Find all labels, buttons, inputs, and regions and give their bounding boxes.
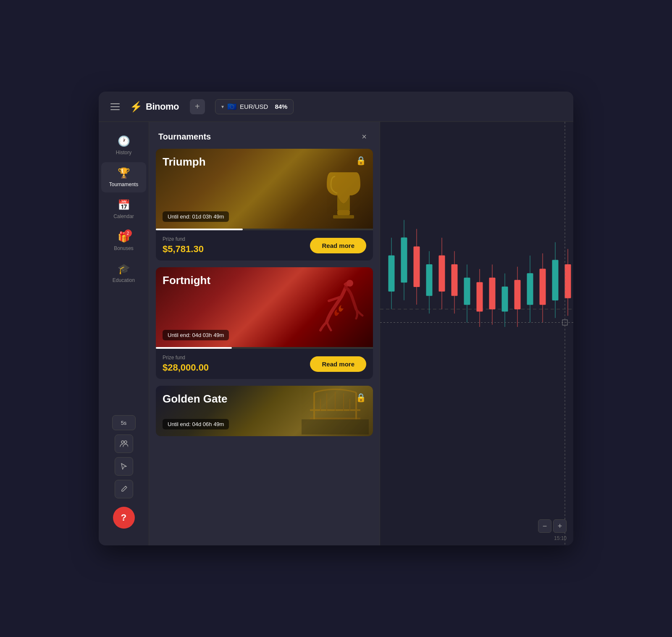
svg-rect-20	[401, 238, 407, 282]
svg-rect-53	[514, 280, 520, 309]
fortnight-prize-label: Prize fund	[163, 355, 209, 361]
pair-percent: 84%	[275, 103, 287, 110]
svg-rect-2	[337, 210, 350, 215]
svg-point-0	[121, 441, 124, 443]
runner-decoration	[314, 276, 365, 336]
golden-gate-time-badge: Until end: 04d 06h 49m	[163, 419, 229, 429]
sidebar-item-history[interactable]: 🕐 History	[101, 130, 146, 161]
app-window: ⚡ Binomo + ▾ 🇪🇺 EUR/USD 84% 🕐 History 🏆 …	[99, 92, 573, 545]
sidebar: 🕐 History 🏆 Tournaments 📅 Calendar 🎁 2 B…	[99, 122, 149, 545]
zoom-controls: − +	[538, 519, 567, 533]
time-button[interactable]: 5s	[112, 415, 136, 430]
tournament-panel: Tournaments × Triumph Until end: 01d 03h…	[149, 122, 380, 545]
tournament-card-golden-gate: Golden Gate Until end: 04d 06h 49m 🔒	[156, 386, 373, 436]
close-panel-button[interactable]: ×	[358, 130, 370, 143]
panel-scroll[interactable]: Triumph Until end: 01d 03h 49m 🔒	[149, 149, 380, 545]
svg-rect-50	[489, 278, 495, 309]
fortnight-time-badge: Until end: 04d 03h 49m	[163, 330, 229, 340]
svg-rect-3	[333, 215, 354, 218]
time-label: 15:10	[554, 535, 567, 541]
pair-selector[interactable]: ▾ 🇪🇺 EUR/USD 84%	[215, 99, 294, 114]
flag-icon: 🇪🇺	[227, 102, 236, 111]
triumph-prize-amount: $5,781.30	[163, 244, 204, 255]
sidebar-label-tournaments: Tournaments	[109, 182, 138, 187]
svg-rect-29	[502, 287, 508, 311]
svg-rect-15	[380, 122, 573, 545]
fortnight-read-more-button[interactable]: Read more	[310, 356, 366, 372]
golden-gate-card-image: Golden Gate Until end: 04d 06h 49m 🔒	[156, 386, 373, 436]
svg-rect-14	[302, 419, 369, 434]
panel-title: Tournaments	[158, 132, 211, 142]
svg-rect-6	[310, 418, 360, 419]
svg-rect-32	[527, 274, 533, 305]
golden-gate-card-title: Golden Gate	[163, 392, 228, 405]
svg-rect-26	[464, 278, 470, 305]
tournaments-icon: 🏆	[118, 167, 130, 179]
pen-tool-button[interactable]	[115, 480, 133, 498]
sidebar-bottom: 5s	[99, 415, 149, 537]
triumph-card-image: Triumph Until end: 01d 03h 49m 🔒	[156, 149, 373, 229]
triumph-prize-info: Prize fund $5,781.30	[163, 236, 204, 255]
people-tool-button[interactable]	[115, 434, 133, 453]
help-button[interactable]: ?	[113, 507, 135, 529]
tournament-card-fortnight: Fortnight Until end: 04d 03h 49m	[156, 267, 373, 379]
zoom-out-button[interactable]: −	[538, 519, 551, 533]
sidebar-item-education[interactable]: 🎓 Education	[101, 258, 146, 288]
svg-rect-38	[414, 247, 420, 287]
fortnight-card-image: Fortnight Until end: 04d 03h 49m	[156, 267, 373, 347]
triumph-card-title: Triumph	[163, 155, 206, 168]
education-icon: 🎓	[118, 263, 130, 275]
top-bar: ⚡ Binomo + ▾ 🇪🇺 EUR/USD 84%	[99, 92, 573, 122]
svg-rect-41	[439, 255, 445, 291]
svg-rect-44	[452, 265, 457, 296]
svg-point-1	[124, 441, 127, 443]
tournament-card-triumph: Triumph Until end: 01d 03h 49m 🔒	[156, 149, 373, 261]
zoom-in-button[interactable]: +	[553, 519, 567, 533]
fortnight-card-title: Fortnight	[163, 274, 210, 287]
bonuses-icon-wrap: 🎁 2	[118, 231, 130, 243]
calendar-icon: 📅	[118, 199, 130, 211]
bridge-decoration	[302, 386, 369, 436]
panel-header: Tournaments ×	[149, 122, 380, 149]
svg-rect-47	[477, 282, 483, 311]
fortnight-prize-info: Prize fund $28,000.00	[163, 355, 209, 373]
add-tab-button[interactable]: +	[190, 99, 205, 114]
sidebar-item-tournaments[interactable]: 🏆 Tournaments	[101, 162, 146, 192]
sidebar-label-bonuses: Bonuses	[114, 245, 134, 251]
chevron-icon: ▾	[221, 104, 224, 110]
menu-button[interactable]	[107, 100, 123, 113]
pair-name: EUR/USD	[240, 103, 268, 110]
fortnight-card-footer: Prize fund $28,000.00 Read more	[156, 349, 373, 379]
logo-icon: ⚡	[130, 101, 142, 113]
triumph-time-badge: Until end: 01d 03h 49m	[163, 211, 229, 222]
sidebar-label-calendar: Calendar	[113, 213, 134, 219]
sidebar-item-bonuses[interactable]: 🎁 2 Bonuses	[101, 226, 146, 256]
svg-rect-17	[388, 255, 394, 291]
svg-rect-23	[426, 265, 432, 296]
svg-point-4	[346, 280, 353, 287]
sidebar-item-calendar[interactable]: 📅 Calendar	[101, 194, 146, 224]
chart-svg	[380, 122, 573, 545]
cursor-tool-button[interactable]	[115, 457, 133, 476]
main-content: 🕐 History 🏆 Tournaments 📅 Calendar 🎁 2 B…	[99, 122, 573, 545]
triumph-card-footer: Prize fund $5,781.30 Read more	[156, 230, 373, 261]
triumph-prize-label: Prize fund	[163, 236, 204, 242]
logo-text: Binomo	[146, 101, 179, 112]
chart-area: 15:10 − +	[380, 122, 573, 545]
sidebar-label-education: Education	[113, 277, 135, 283]
svg-rect-59	[565, 265, 571, 298]
fortnight-prize-amount: $28,000.00	[163, 362, 209, 373]
svg-rect-35	[552, 260, 558, 300]
triumph-read-more-button[interactable]: Read more	[310, 238, 366, 253]
bonuses-badge: 2	[124, 229, 132, 237]
trophy-decoration	[323, 164, 365, 224]
svg-rect-56	[540, 269, 546, 305]
sidebar-label-history: History	[116, 150, 131, 155]
history-icon: 🕐	[118, 135, 130, 147]
logo: ⚡ Binomo	[130, 101, 179, 113]
